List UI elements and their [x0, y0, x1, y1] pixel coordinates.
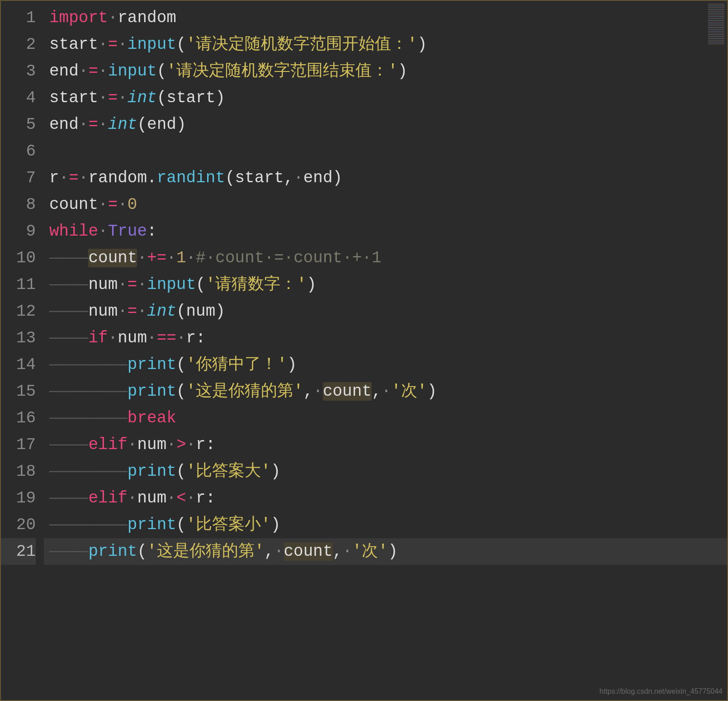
line-number: 1: [1, 5, 36, 31]
token-indent-guide: ————: [49, 489, 88, 507]
token-ws-dot: ·: [293, 169, 303, 187]
code-line[interactable]: ————if·num·==·r:: [44, 325, 727, 351]
token-op: =: [128, 275, 137, 294]
token-string: '比答案小': [186, 516, 270, 534]
token-indent-guide: ————: [49, 302, 88, 321]
token-punct: ): [427, 382, 437, 401]
line-number: 4: [1, 85, 36, 111]
watermark-text: https://blog.csdn.net/weixin_45775044: [600, 686, 723, 697]
code-line[interactable]: start·=·input('请决定随机数字范围开始值：'): [44, 31, 727, 58]
code-line[interactable]: ————————print('比答案大'): [44, 458, 727, 485]
token-func-call: input: [147, 275, 196, 294]
token-ident: random: [118, 9, 176, 27]
token-punct: ): [398, 62, 408, 81]
token-punct: ): [287, 355, 297, 374]
token-op: <: [176, 489, 186, 507]
token-number: 0: [128, 195, 137, 214]
line-number: 13: [1, 325, 36, 351]
token-indent-guide: ————————: [49, 355, 128, 374]
token-func-call: print: [128, 462, 176, 481]
code-line[interactable]: ————print('这是你猜的第',·count,·'次'): [44, 538, 727, 565]
token-ws-dot: ·: [59, 169, 69, 187]
code-line[interactable]: end·=·int(end): [44, 111, 727, 138]
token-punct: ,: [333, 542, 343, 561]
token-punct: (: [176, 302, 186, 321]
code-line[interactable]: ————————print('比答案小'): [44, 512, 727, 538]
code-line[interactable]: ————————print('你猜中了！'): [44, 351, 727, 378]
token-punct: ,: [264, 542, 274, 561]
token-ident: num: [118, 329, 147, 347]
token-ident: start: [166, 89, 215, 107]
token-ws-dot: ·: [137, 302, 147, 321]
token-builtin: int: [147, 302, 176, 321]
token-punct: :: [196, 329, 206, 347]
token-string: '请猜数字：': [206, 275, 307, 294]
code-line[interactable]: end·=·input('请决定随机数字范围结束值：'): [44, 58, 727, 85]
token-ident: start: [49, 35, 98, 54]
code-line[interactable]: ————elif·num·<·r:: [44, 485, 727, 512]
code-line[interactable]: while·True:: [44, 218, 727, 245]
line-number: 20: [1, 512, 36, 538]
token-ident: num: [137, 489, 166, 507]
code-line[interactable]: ————————print('这是你猜的第',·count,·'次'): [44, 378, 727, 405]
token-indent-guide: ————: [49, 436, 88, 454]
token-ident: r: [196, 489, 206, 507]
token-string: '这是你猜的第': [147, 542, 264, 561]
token-punct: (: [176, 382, 186, 401]
token-ident: random: [88, 169, 147, 187]
token-ws-dot: ·: [79, 169, 89, 187]
token-ws-dot: ·: [166, 436, 176, 454]
line-number: 10: [1, 245, 36, 271]
token-string: '请决定随机数字范围开始值：': [186, 35, 417, 54]
token-ws-dot: ·: [118, 195, 128, 214]
token-op: ==: [157, 329, 176, 347]
code-line[interactable]: count·=·0: [44, 191, 727, 218]
token-op: =: [88, 62, 98, 81]
token-kw-control: elif: [88, 436, 127, 454]
token-builtin: int: [128, 89, 157, 107]
code-line[interactable]: start·=·int(start): [44, 85, 727, 111]
code-editor[interactable]: 123456789101112131415161718192021 import…: [1, 1, 727, 700]
token-kw-control: while: [49, 222, 98, 241]
code-area[interactable]: import·randomstart·=·input('请决定随机数字范围开始值…: [44, 5, 727, 700]
line-number: 6: [1, 138, 36, 165]
code-line[interactable]: [44, 138, 727, 165]
token-string: '这是你猜的第': [186, 382, 303, 401]
token-ws-dot: ·: [137, 249, 147, 267]
token-punct: (: [157, 89, 167, 107]
token-ident: end: [49, 115, 79, 134]
token-ident: end: [49, 62, 79, 81]
token-func-call: print: [128, 516, 176, 534]
code-line[interactable]: r·=·random.randint(start,·end): [44, 165, 727, 191]
code-line[interactable]: import·random: [44, 5, 727, 31]
token-ident: num: [88, 302, 118, 321]
code-line[interactable]: ————————break: [44, 405, 727, 431]
minimap[interactable]: [708, 4, 724, 44]
token-op: =: [108, 195, 118, 214]
token-ws-dot: ·: [342, 542, 352, 561]
token-ident: r: [196, 436, 206, 454]
code-line[interactable]: ————num·=·int(num): [44, 298, 727, 325]
token-punct: ): [333, 169, 343, 187]
code-line[interactable]: ————count·+=·1·#·count·=·count·+·1: [44, 245, 727, 271]
line-number: 5: [1, 111, 36, 138]
token-ws-dot: ·: [108, 329, 118, 347]
code-line[interactable]: ————num·=·input('请猜数字：'): [44, 271, 727, 298]
token-number: 1: [176, 249, 186, 267]
token-indent-guide: ————————: [49, 516, 128, 534]
token-ident: r: [49, 169, 59, 187]
token-string: '请决定随机数字范围结束值：': [166, 62, 397, 81]
token-ws-dot: ·: [118, 89, 128, 107]
token-ident: start: [49, 89, 98, 107]
line-number: 14: [1, 351, 36, 378]
token-ws-dot: ·: [79, 62, 89, 81]
token-punct: (: [176, 516, 186, 534]
token-punct: :: [206, 436, 216, 454]
token-op: =: [69, 169, 79, 187]
token-ws-dot: ·: [98, 62, 108, 81]
line-number: 21: [1, 538, 36, 565]
token-punct: ,: [303, 382, 313, 401]
token-ws-dot: ·: [166, 489, 176, 507]
token-func-call: print: [128, 355, 176, 374]
code-line[interactable]: ————elif·num·>·r:: [44, 431, 727, 458]
